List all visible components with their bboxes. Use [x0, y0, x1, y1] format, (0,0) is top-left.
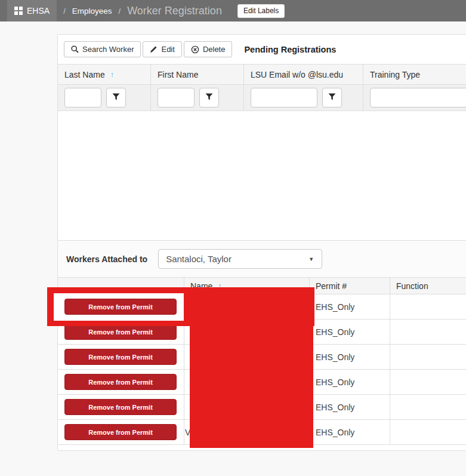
function-cell: [390, 370, 466, 394]
actions-cell: Remove from Permit: [58, 395, 184, 419]
filter-cell-first-name: [151, 85, 244, 110]
funnel-icon: [205, 93, 213, 102]
column-header-training-type[interactable]: Training Type: [363, 65, 466, 84]
first-name-filter-button[interactable]: [199, 88, 219, 108]
delete-button[interactable]: Delete: [184, 41, 233, 57]
permit-cell: EHS_Only: [310, 345, 390, 369]
permit-cell: EHS_Only: [310, 420, 390, 444]
chevron-down-icon: ▼: [308, 256, 314, 262]
workers-attached-section: Workers Attached to Santaloci, Taylor ▼: [58, 241, 466, 277]
function-cell: [390, 294, 466, 319]
permit-cell: EHS_Only: [310, 395, 390, 419]
workers-attached-label: Workers Attached to: [66, 254, 147, 264]
pending-registrations-title: Pending Registrations: [244, 45, 336, 54]
pending-grid-empty-body: [58, 111, 466, 241]
permit-cell: EHS_Only: [310, 370, 390, 394]
pending-grid-header: Last Name ↑ First Name LSU Email w/o @ls…: [58, 64, 466, 85]
circle-x-icon: [191, 45, 199, 54]
first-name-filter-input[interactable]: [158, 88, 195, 108]
column-header-function[interactable]: Function: [390, 278, 466, 294]
breadcrumb-separator: /: [119, 7, 121, 16]
column-header-lsu-email[interactable]: LSU Email w/o @lsu.edu: [244, 65, 363, 84]
column-header-first-name[interactable]: First Name: [151, 65, 244, 84]
lsu-email-filter-input[interactable]: [251, 88, 317, 108]
breadcrumb-separator: /: [63, 7, 66, 16]
edit-labels-button[interactable]: Edit Labels: [237, 4, 285, 18]
function-cell: [390, 345, 466, 369]
permit-cell: EHS_Only: [310, 294, 390, 319]
search-icon: [71, 45, 79, 53]
remove-from-permit-button[interactable]: Remove from Permit: [64, 299, 177, 315]
search-worker-button[interactable]: Search Worker: [64, 41, 141, 57]
app-brand[interactable]: EHSA: [7, 0, 57, 22]
remove-from-permit-button[interactable]: Remove from Permit: [64, 374, 177, 390]
lsu-email-filter-button[interactable]: [322, 88, 342, 108]
worker-select-dropdown[interactable]: Santaloci, Taylor ▼: [158, 249, 322, 269]
page-title: Worker Registration: [127, 5, 222, 17]
last-name-filter-button[interactable]: [106, 88, 126, 108]
sort-asc-icon: ↑: [110, 70, 115, 79]
delete-label: Delete: [203, 45, 226, 54]
search-worker-label: Search Worker: [82, 45, 134, 54]
edit-button[interactable]: Edit: [143, 41, 181, 57]
column-header-last-name[interactable]: Last Name ↑: [58, 65, 151, 84]
pencil-icon: [150, 45, 158, 53]
redaction-name-column-block: [190, 287, 313, 448]
actions-cell: Remove from Permit: [58, 345, 184, 369]
brand-label: EHSA: [27, 6, 50, 16]
remove-from-permit-button[interactable]: Remove from Permit: [64, 324, 177, 340]
remove-from-permit-button[interactable]: Remove from Permit: [64, 399, 177, 415]
breadcrumb-employees[interactable]: Employees: [72, 7, 112, 16]
funnel-icon: [112, 93, 120, 102]
pending-registrations-toolbar: Search Worker Edit Delete Pending Regist…: [58, 35, 466, 64]
function-cell: [390, 320, 466, 344]
selected-worker-value: Santaloci, Taylor: [166, 254, 232, 264]
function-cell: [390, 395, 466, 419]
grid-menu-icon: [14, 7, 23, 15]
top-navigation-bar: EHSA / Employees / Worker Registration E…: [0, 0, 466, 22]
actions-cell: Remove from Permit: [58, 370, 184, 394]
function-cell: [390, 420, 466, 444]
pending-grid-filter-row: [58, 85, 466, 111]
remove-from-permit-button[interactable]: Remove from Permit: [64, 424, 177, 440]
training-type-filter-input[interactable]: [370, 88, 466, 108]
funnel-icon: [328, 93, 336, 102]
filter-cell-lsu-email: [244, 85, 363, 110]
edit-label: Edit: [161, 45, 174, 54]
worker-registration-screen: EHSA / Employees / Worker Registration E…: [0, 0, 466, 476]
filter-cell-training-type: [363, 85, 466, 110]
filter-cell-last-name: [58, 85, 151, 110]
permit-cell: EHS_Only: [310, 320, 390, 344]
remove-from-permit-button[interactable]: Remove from Permit: [64, 349, 177, 365]
column-header-permit[interactable]: Permit #: [310, 278, 390, 294]
last-name-filter-input[interactable]: [64, 88, 101, 108]
actions-cell: Remove from Permit: [58, 420, 184, 444]
